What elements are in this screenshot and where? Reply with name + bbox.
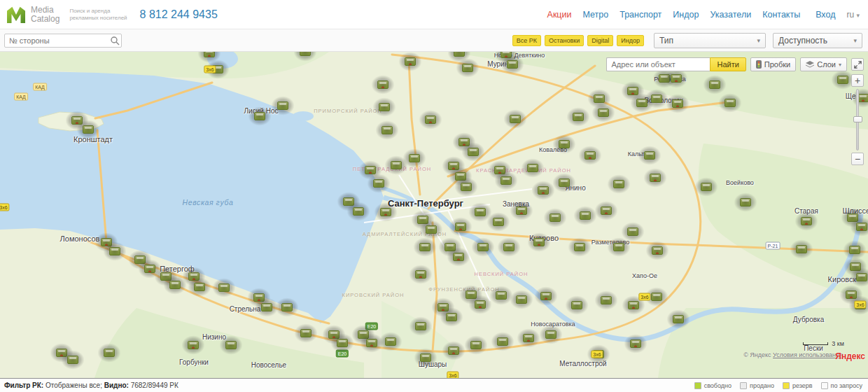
logo[interactable]: Media Catalog [6, 6, 59, 24]
map-canvas[interactable]: КронштадтЛисий НосСанкт-ПетербургЛомонос… [0, 52, 868, 378]
map-cluster-marker[interactable] [500, 176, 512, 185]
layers-button[interactable]: Слои ▾ [800, 57, 847, 71]
map-cluster-marker[interactable] [382, 126, 393, 134]
map-cluster-marker[interactable] [455, 223, 466, 231]
map-cluster-marker[interactable] [724, 99, 736, 107]
billboard-size-badge[interactable]: 3x6 [447, 372, 458, 379]
map-cluster-marker[interactable] [461, 183, 472, 191]
nav-metro[interactable]: Метро [582, 10, 608, 20]
availability-select[interactable]: Доступность ▾ [773, 33, 862, 48]
map-cluster-marker[interactable] [598, 108, 609, 117]
map-cluster-marker[interactable] [83, 125, 94, 134]
map-cluster-marker[interactable] [104, 349, 115, 357]
yandex-logo[interactable]: Яндекс [835, 351, 865, 361]
map-cluster-marker[interactable] [516, 206, 527, 215]
map-cluster-marker[interactable] [527, 164, 538, 172]
map-cluster-marker[interactable] [613, 243, 624, 251]
map-cluster-marker[interactable] [353, 207, 364, 216]
map-cluster-marker[interactable] [601, 296, 612, 304]
map-cluster-marker[interactable] [109, 247, 120, 255]
map-cluster-marker[interactable] [671, 74, 682, 83]
map-cluster-marker[interactable] [377, 80, 388, 89]
map-cluster-marker[interactable] [796, 245, 807, 253]
map-cluster-marker[interactable] [218, 284, 230, 292]
map-cluster-marker[interactable] [571, 301, 582, 309]
map-cluster-marker[interactable] [425, 115, 436, 124]
map-cluster-marker[interactable] [391, 161, 402, 169]
map-cluster-marker[interactable] [188, 341, 199, 349]
map-cluster-marker[interactable] [380, 208, 391, 216]
map-cluster-marker[interactable] [559, 140, 570, 148]
chip-digital[interactable]: Digital [587, 35, 613, 46]
billboard-size-badge[interactable]: 3x6 [638, 293, 650, 301]
map-cluster-marker[interactable] [651, 293, 662, 301]
map-cluster-marker[interactable] [584, 151, 596, 160]
map-cluster-marker[interactable] [630, 340, 641, 348]
billboard-size-badge[interactable]: 3x6 [854, 301, 866, 309]
map-cluster-marker[interactable] [580, 211, 591, 220]
map-cluster-marker[interactable] [540, 292, 552, 300]
legend-reserved[interactable]: резерв [783, 382, 813, 389]
map-cluster-marker[interactable] [533, 238, 545, 246]
map-cluster-marker[interactable] [601, 206, 612, 215]
nav-kontakty[interactable]: Контакты [762, 10, 800, 20]
nav-ukazateli[interactable]: Указатели [710, 10, 751, 20]
map-cluster-marker[interactable] [507, 60, 518, 69]
map-cluster-marker[interactable] [709, 80, 720, 89]
lang-switcher[interactable]: ru ▾ [846, 10, 860, 20]
nav-transport[interactable]: Транспорт [620, 10, 662, 20]
map-cluster-marker[interactable] [385, 337, 396, 346]
map-cluster-marker[interactable] [194, 283, 205, 291]
map-cluster-marker[interactable] [503, 243, 514, 251]
map-cluster-marker[interactable] [701, 183, 712, 191]
map-cluster-marker[interactable] [651, 94, 662, 103]
traffic-button[interactable]: Пробки [750, 57, 796, 71]
map-cluster-marker[interactable] [856, 273, 867, 281]
zoom-slider-handle[interactable] [853, 116, 862, 122]
billboard-size-badge[interactable]: 3x6 [204, 66, 216, 74]
map-cluster-marker[interactable] [628, 301, 639, 309]
billboard-size-badge[interactable]: 3x6 [0, 204, 10, 211]
map-cluster-marker[interactable] [281, 303, 293, 312]
map-cluster-marker[interactable] [856, 223, 867, 231]
map-cluster-marker[interactable] [545, 330, 556, 339]
search-icon[interactable] [110, 36, 120, 48]
map-cluster-marker[interactable] [225, 341, 237, 349]
legend-on-request[interactable]: по запросу [821, 382, 862, 389]
map-cluster-marker[interactable] [550, 214, 561, 222]
map-cluster-marker[interactable] [446, 313, 457, 321]
map-cluster-marker[interactable] [644, 151, 655, 160]
legend-sold[interactable]: продано [740, 382, 774, 389]
map-cluster-marker[interactable] [559, 178, 570, 187]
map-cluster-marker[interactable] [415, 322, 426, 330]
phone-number[interactable]: 8 812 244 9435 [140, 8, 218, 21]
map-cluster-marker[interactable] [673, 315, 684, 323]
side-number-search-input[interactable] [4, 34, 122, 48]
map-cluster-marker[interactable] [801, 217, 812, 225]
map-cluster-marker[interactable] [516, 295, 527, 304]
map-find-button[interactable]: Найти [710, 57, 746, 71]
map-cluster-marker[interactable] [573, 113, 584, 121]
map-cluster-marker[interactable] [574, 243, 585, 251]
map-cluster-marker[interactable] [373, 179, 384, 188]
map-cluster-marker[interactable] [379, 103, 390, 111]
map-cluster-marker[interactable] [254, 112, 265, 120]
terms-link[interactable]: Условия использования [773, 351, 843, 358]
map-cluster-marker[interactable] [510, 115, 521, 123]
map-address-search-input[interactable] [606, 57, 710, 71]
chip-all-rk[interactable]: Все РК [512, 35, 541, 46]
map-cluster-marker[interactable] [337, 339, 348, 347]
map-cluster-marker[interactable] [300, 52, 311, 56]
map-cluster-marker[interactable] [277, 102, 288, 110]
map-cluster-marker[interactable] [672, 99, 683, 108]
map-cluster-marker[interactable] [468, 148, 479, 156]
map-cluster-marker[interactable] [300, 329, 312, 337]
nav-akcii[interactable]: Акции [547, 10, 572, 20]
map-cluster-marker[interactable] [420, 354, 431, 362]
map-cluster-marker[interactable] [475, 300, 486, 309]
map-cluster-marker[interactable] [67, 356, 78, 364]
map-cluster-marker[interactable] [415, 270, 426, 279]
map-cluster-marker[interactable] [405, 57, 416, 66]
map-cluster-marker[interactable] [613, 180, 624, 188]
map-cluster-marker[interactable] [497, 337, 508, 346]
